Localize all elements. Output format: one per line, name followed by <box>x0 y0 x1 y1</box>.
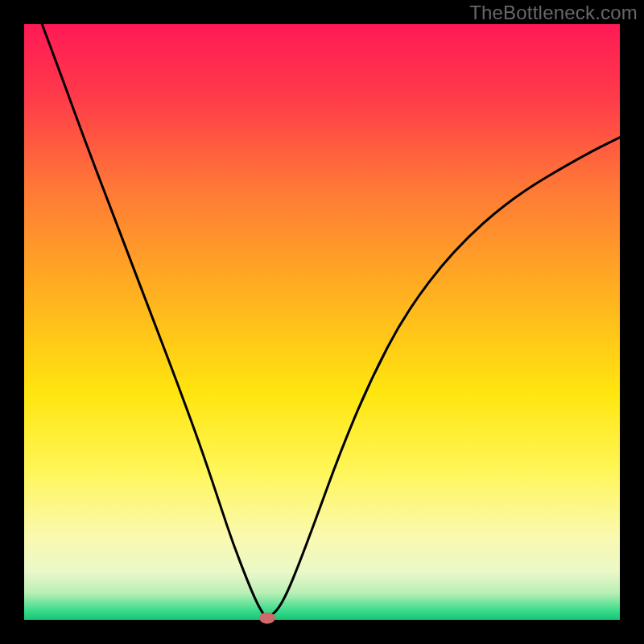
optimal-point-marker <box>259 613 275 624</box>
watermark-text: TheBottleneck.com <box>469 2 638 24</box>
chart-svg <box>0 0 644 644</box>
bottleneck-chart: TheBottleneck.com <box>0 0 644 644</box>
plot-background <box>24 24 620 620</box>
